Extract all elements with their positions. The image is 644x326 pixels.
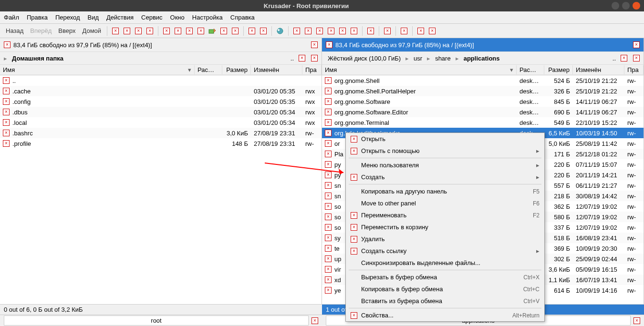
left-file-table[interactable]: Имя▾ Расшир Размер Изменён Пра ×..×.cach… <box>0 65 322 304</box>
context-menu-item[interactable]: ×Удалить <box>346 233 544 245</box>
toolbar-icon[interactable]: × <box>174 27 182 35</box>
left-path-input[interactable] <box>4 316 309 326</box>
nav-back[interactable]: Назад <box>4 26 25 35</box>
table-row[interactable]: ×.profile148 Б27/08/19 23:31rw- <box>0 138 322 149</box>
breadcrumb-home[interactable]: Домашняя папка <box>10 54 65 63</box>
breadcrumb-icon[interactable]: × <box>299 55 305 61</box>
breadcrumb-part[interactable]: share <box>433 54 453 63</box>
context-menu[interactable]: ×Открыть×Открыть с помощью▸Меню пользова… <box>345 132 545 322</box>
col-ext[interactable]: Расшир <box>517 65 544 74</box>
table-row[interactable]: ×.cache03/01/20 05:35rwx <box>0 86 322 96</box>
context-menu-item[interactable]: ×Свойства...Alt+Return <box>346 309 544 321</box>
toolbar-icon[interactable]: × <box>350 27 358 35</box>
panel-action-icon[interactable]: × <box>311 41 318 48</box>
toolbar-icon[interactable] <box>208 27 217 35</box>
breadcrumb-icon[interactable]: × <box>311 55 318 61</box>
toolbar-icon[interactable]: × <box>248 27 256 35</box>
context-menu-item[interactable]: ×ПереименоватьF2 <box>346 209 544 221</box>
table-row[interactable]: ×org.gnome.Softwaredesk…845 Б14/11/19 06… <box>322 96 644 107</box>
toolbar-icon[interactable]: × <box>292 27 301 35</box>
nav-up[interactable]: Вверх <box>56 26 77 35</box>
toolbar-icon[interactable]: × <box>134 27 143 35</box>
toolbar: Назад Вперёд Вверх Домой × × × × × × × ×… <box>0 24 644 38</box>
toolbar-icon[interactable]: × <box>315 27 324 35</box>
col-ext[interactable]: Расшир <box>195 65 222 74</box>
breadcrumb-part[interactable]: usr <box>412 54 424 63</box>
col-mod[interactable]: Изменён <box>251 65 302 74</box>
close-button[interactable] <box>633 2 640 10</box>
col-perm[interactable]: Пра <box>302 65 322 74</box>
media-icon[interactable]: × <box>4 41 10 48</box>
toolbar-icon[interactable]: × <box>400 27 408 35</box>
breadcrumb-disk[interactable]: Жёсткий диск (100,0 ГиБ) <box>326 54 403 63</box>
menu-service[interactable]: Сервис <box>141 14 163 21</box>
toolbar-icon[interactable]: × <box>219 27 228 35</box>
breadcrumb-icon[interactable]: × <box>633 55 640 61</box>
toolbar-icon[interactable]: × <box>383 27 392 35</box>
context-menu-item[interactable]: Move to other panelF6 <box>346 197 544 209</box>
menu-view[interactable]: Вид <box>88 14 99 21</box>
toolbar-icon[interactable]: × <box>123 27 131 35</box>
context-menu-item[interactable]: ×Переместить в корзину <box>346 221 544 233</box>
toolbar-icon[interactable]: × <box>111 27 120 35</box>
toolbar-icon[interactable]: × <box>416 27 425 35</box>
breadcrumb-current[interactable]: applications <box>462 54 502 63</box>
table-row[interactable]: ×.local03/01/20 05:34rwx <box>0 117 322 128</box>
nav-forward[interactable]: Вперёд <box>28 26 53 35</box>
col-perm[interactable]: Пра <box>624 65 644 74</box>
table-row[interactable]: ×org.gnome.Software.Editordesk…690 Б14/1… <box>322 107 644 117</box>
media-icon[interactable]: × <box>326 41 332 48</box>
context-menu-item[interactable]: Вырезать в буфер обменаCtrl+X <box>346 271 544 283</box>
toolbar-icon[interactable]: × <box>185 27 194 35</box>
menu-edit[interactable]: Правка <box>27 14 48 21</box>
col-size[interactable]: Размер <box>544 65 573 74</box>
panel-action-icon[interactable]: × <box>633 41 640 48</box>
toolbar-icon[interactable]: × <box>304 27 312 35</box>
menu-file[interactable]: Файл <box>4 14 19 21</box>
context-menu-item[interactable]: Меню пользователя▸ <box>346 159 544 171</box>
menu-settings[interactable]: Настройка <box>192 14 223 21</box>
context-menu-item[interactable]: Вставить из буфера обменаCtrl+V <box>346 295 544 307</box>
toolbar-icon[interactable] <box>276 27 284 35</box>
toolbar-icon[interactable]: × <box>338 27 347 35</box>
toolbar-icon[interactable]: × <box>231 27 239 35</box>
context-menu-item[interactable]: ×Открыть <box>346 133 544 145</box>
toolbar-icon[interactable]: × <box>327 27 335 35</box>
breadcrumb-icon[interactable]: × <box>621 55 627 61</box>
menu-window[interactable]: Окно <box>170 14 185 21</box>
table-row[interactable]: ×org.gnome.Terminaldesk…549 Б22/10/19 15… <box>322 117 644 128</box>
table-row[interactable]: ×org.gnome.Shelldesk…524 Б25/10/19 21:22… <box>322 75 644 86</box>
file-size <box>222 122 251 123</box>
table-row[interactable]: ×.dbus03/01/20 05:34rwx <box>0 107 322 117</box>
menu-help[interactable]: Справка <box>230 14 255 21</box>
maximize-button[interactable] <box>622 2 630 10</box>
context-menu-item[interactable]: Копировать на другую панельF5 <box>346 185 544 197</box>
table-row[interactable]: ×.bashrc3,0 КиБ27/08/19 23:31rw- <box>0 128 322 138</box>
context-menu-item[interactable]: ×Создать ссылку▸ <box>346 245 544 257</box>
table-row[interactable]: ×org.gnome.Shell.PortalHelperdesk…326 Б2… <box>322 86 644 96</box>
context-menu-item[interactable]: Копировать в буфер обменаCtrl+C <box>346 283 544 295</box>
table-row[interactable]: ×.config03/01/20 05:35rwx <box>0 96 322 107</box>
menu-actions[interactable]: Действия <box>106 14 134 21</box>
col-size[interactable]: Размер <box>222 65 251 74</box>
table-row[interactable]: ×.. <box>0 75 322 86</box>
breadcrumb-up[interactable]: .. <box>611 54 618 63</box>
input-action-icon[interactable]: × <box>312 317 318 324</box>
breadcrumb-up[interactable]: .. <box>289 54 296 63</box>
toolbar-icon[interactable]: × <box>366 27 375 35</box>
col-name[interactable]: Имя▾ <box>0 65 195 74</box>
toolbar-icon[interactable]: × <box>162 27 171 35</box>
context-menu-item[interactable]: ×Создать▸ <box>346 171 544 183</box>
context-menu-item[interactable]: ×Открыть с помощью▸ <box>346 145 544 157</box>
minimize-button[interactable] <box>612 2 619 10</box>
context-menu-item[interactable]: Синхронизировать выделенные файлы... <box>346 257 544 269</box>
toolbar-icon[interactable]: × <box>428 27 436 35</box>
toolbar-icon[interactable]: × <box>145 27 154 35</box>
menu-go[interactable]: Переход <box>55 14 80 21</box>
toolbar-icon[interactable]: × <box>259 27 268 35</box>
toolbar-icon[interactable]: × <box>197 27 205 35</box>
col-mod[interactable]: Изменён <box>573 65 624 74</box>
nav-home[interactable]: Домой <box>81 26 104 35</box>
col-name[interactable]: Имя▾ <box>322 65 517 74</box>
input-action-icon[interactable]: × <box>634 317 640 324</box>
